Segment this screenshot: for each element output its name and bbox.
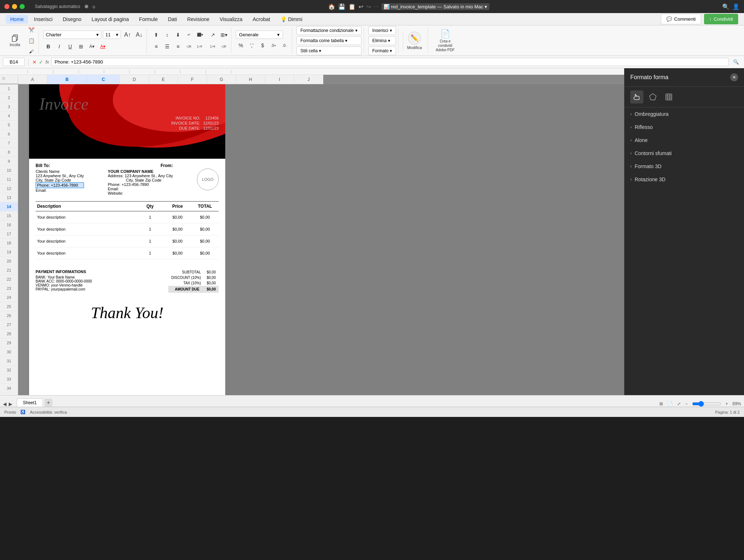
underline-button[interactable]: U bbox=[65, 41, 75, 52]
fx-confirm-icon[interactable]: ✓ bbox=[39, 59, 43, 65]
row-22[interactable]: 22 bbox=[0, 275, 18, 284]
cut-icon[interactable]: ✂️ bbox=[26, 25, 36, 35]
conditional-format-button[interactable]: Formattazione condizionale ▾ bbox=[296, 26, 361, 35]
menu-acrobat[interactable]: Acrobat bbox=[248, 15, 274, 24]
indent-increase-icon[interactable]: ▷≡ bbox=[195, 41, 205, 52]
row-21[interactable]: 21 bbox=[0, 266, 18, 275]
minus-icon[interactable]: − bbox=[685, 401, 688, 406]
percent-icon[interactable]: % bbox=[236, 40, 246, 50]
condividi-button[interactable]: ↑ Condividi bbox=[704, 14, 738, 24]
border-button[interactable]: ⊞ bbox=[76, 41, 86, 52]
adobe-button[interactable]: 📄 Crea e condividi Adobe PDF bbox=[432, 29, 458, 52]
row-29[interactable]: 29 bbox=[0, 338, 18, 348]
row-8[interactable]: 8 bbox=[0, 148, 18, 157]
row-11[interactable]: 11 bbox=[0, 175, 18, 184]
row-17[interactable]: 17 bbox=[0, 230, 18, 239]
row-32[interactable]: 32 bbox=[0, 366, 18, 375]
format-table-button[interactable]: Formatta come tabella ▾ bbox=[296, 36, 361, 45]
plus-icon[interactable]: + bbox=[725, 401, 728, 406]
col-header-E[interactable]: E bbox=[149, 75, 178, 84]
row-18[interactable]: 18 bbox=[0, 239, 18, 248]
pentagon-icon[interactable] bbox=[646, 90, 659, 104]
redo-icon[interactable]: ↪ bbox=[366, 3, 371, 10]
col-header-D[interactable]: D bbox=[120, 75, 149, 84]
row-15[interactable]: 15 bbox=[0, 211, 18, 220]
row-9[interactable]: 9 bbox=[0, 157, 18, 166]
row-30[interactable]: 30 bbox=[0, 348, 18, 357]
menu-revisione[interactable]: Revisione bbox=[183, 15, 214, 24]
row-20[interactable]: 20 bbox=[0, 257, 18, 266]
fx-cancel-icon[interactable]: ✕ bbox=[32, 59, 37, 65]
add-sheet-button[interactable]: + bbox=[44, 399, 52, 407]
row-13[interactable]: 13 bbox=[0, 193, 18, 202]
menu-inserisci[interactable]: Inserisci bbox=[29, 15, 57, 24]
format-button[interactable]: Formato ▾ bbox=[368, 46, 396, 55]
insert-button[interactable]: Inserisci ▾ bbox=[368, 26, 396, 35]
prev-sheet-icon[interactable]: ◀ bbox=[3, 401, 7, 407]
indent3-icon[interactable]: ▷≡ bbox=[208, 41, 218, 52]
row-23[interactable]: 23 bbox=[0, 284, 18, 293]
menu-visualizza[interactable]: Visualizza bbox=[215, 15, 247, 24]
italic-button[interactable]: I bbox=[54, 41, 64, 52]
menu-home[interactable]: Home bbox=[6, 15, 28, 24]
undo-icon[interactable]: ↩ bbox=[359, 3, 363, 10]
close-button[interactable] bbox=[4, 4, 9, 9]
fill-color-button[interactable]: A▾ bbox=[87, 41, 97, 52]
section-ombreggiatura[interactable]: › Ombreggiatura bbox=[624, 107, 744, 121]
row-1[interactable]: 1 bbox=[0, 84, 18, 93]
font-selector[interactable]: Charter ▾ bbox=[43, 31, 101, 39]
row-7[interactable]: 7 bbox=[0, 139, 18, 148]
save-icon[interactable]: 💾 bbox=[338, 3, 345, 10]
grid-view-icon[interactable]: ⊞ bbox=[659, 401, 663, 406]
col-header-C[interactable]: C bbox=[87, 75, 120, 84]
row-26[interactable]: 26 bbox=[0, 311, 18, 320]
column-search-icon[interactable]: 🔍 bbox=[731, 57, 741, 67]
formula-input[interactable] bbox=[51, 58, 729, 66]
row-27[interactable]: 27 bbox=[0, 320, 18, 329]
row-28[interactable]: 28 bbox=[0, 329, 18, 338]
copy-icon[interactable]: 📋 bbox=[26, 36, 36, 46]
nav-icon[interactable]: 🏠 bbox=[328, 3, 335, 10]
row-5[interactable]: 5 bbox=[0, 121, 18, 130]
full-screen-icon[interactable]: ⤢ bbox=[677, 401, 681, 406]
menu-formule[interactable]: Formule bbox=[135, 15, 162, 24]
save2-icon[interactable]: 📋 bbox=[348, 3, 356, 10]
decimal-down-icon[interactable]: .0- bbox=[279, 40, 290, 50]
people-icon[interactable]: 👤 bbox=[732, 3, 740, 10]
more-icon[interactable]: ··· bbox=[374, 3, 379, 10]
col-header-H[interactable]: H bbox=[236, 75, 265, 84]
cell-styles-button[interactable]: Stili cella ▾ bbox=[296, 46, 361, 55]
row-34[interactable]: 34 bbox=[0, 384, 18, 393]
indent-decrease-icon[interactable]: ◁≡ bbox=[184, 41, 194, 52]
align-right-icon[interactable]: ≡ bbox=[173, 41, 183, 52]
paste-button[interactable]: Incolla bbox=[5, 33, 25, 48]
section-alone[interactable]: › Alone bbox=[624, 134, 744, 147]
row-3[interactable]: 3 bbox=[0, 102, 18, 111]
section-formato3d[interactable]: › Formato 3D bbox=[624, 160, 744, 173]
row-16[interactable]: 16 bbox=[0, 220, 18, 230]
increase-font-icon[interactable]: A↑ bbox=[122, 30, 133, 40]
row-31[interactable]: 31 bbox=[0, 357, 18, 366]
currency-icon[interactable]: $ bbox=[258, 40, 268, 50]
zoom-slider[interactable] bbox=[692, 401, 721, 407]
col-header-I[interactable]: I bbox=[265, 75, 294, 84]
section-riflesso[interactable]: › Riflesso bbox=[624, 121, 744, 134]
col-header-J[interactable]: J bbox=[294, 75, 323, 84]
format-selector[interactable]: Generale ▾ bbox=[236, 31, 283, 39]
next-sheet-icon[interactable]: ▶ bbox=[9, 401, 12, 407]
font-size-selector[interactable]: 11 ▾ bbox=[103, 31, 121, 39]
delete-button[interactable]: Elimina ▾ bbox=[368, 36, 396, 45]
row-19[interactable]: 19 bbox=[0, 248, 18, 257]
extra2-icon[interactable]: ⊞▾ bbox=[219, 30, 229, 40]
cell-reference[interactable] bbox=[3, 58, 25, 66]
rotate-text-icon[interactable]: ↗ bbox=[208, 30, 218, 40]
table-icon[interactable] bbox=[662, 90, 675, 104]
paint-bucket-icon[interactable] bbox=[630, 90, 643, 104]
merge-icon[interactable]: ⬛▾ bbox=[195, 30, 205, 40]
row-33[interactable]: 33 bbox=[0, 375, 18, 384]
menu-dimmi[interactable]: 💡 Dimmi bbox=[276, 15, 307, 24]
align-middle-icon[interactable]: ↕ bbox=[162, 30, 172, 40]
col-header-G[interactable]: G bbox=[207, 75, 236, 84]
align-top-icon[interactable]: ⬆ bbox=[151, 30, 161, 40]
comma-icon[interactable]: ',' bbox=[247, 40, 257, 50]
